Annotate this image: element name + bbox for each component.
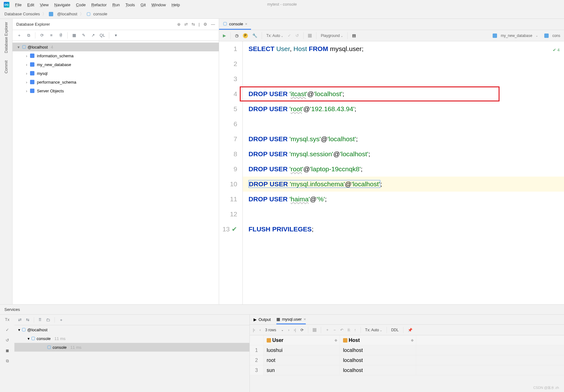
column-header-host[interactable]: Host◆ [340, 335, 416, 345]
cell-user[interactable]: sun [264, 365, 340, 375]
code-line[interactable]: DROP USER 'haima'@'%'; [243, 192, 564, 207]
menu-help[interactable]: Help [172, 3, 180, 7]
stop-icon[interactable] [308, 34, 312, 38]
wrench-icon[interactable]: 🔧 [252, 33, 257, 38]
run-icon[interactable]: ▶ [223, 33, 226, 38]
prev-page-icon[interactable]: ‹ [259, 328, 261, 332]
code-line[interactable]: FLUSH PRIVILEGES; [243, 222, 564, 237]
ddl-btn[interactable]: DDL [391, 328, 399, 332]
code-editor[interactable]: 12345678910111213✔ ✔ 4 SELECT User, Host… [219, 41, 564, 304]
chevron-right-icon[interactable]: › [24, 89, 29, 93]
add-row-icon[interactable]: ＋ [326, 327, 329, 333]
close-icon[interactable]: × [245, 22, 248, 26]
code-line[interactable] [243, 71, 564, 86]
stop-icon[interactable]: ◼ [6, 348, 9, 353]
menu-code[interactable]: Code [76, 3, 86, 7]
code-line[interactable]: DROP USER 'mysql.session'@'localhost'; [243, 147, 564, 162]
db-icon-tb[interactable]: 🛢 [58, 33, 64, 38]
tab-mysql-user[interactable]: ▦ mysql.user × [276, 315, 306, 324]
column-header-user[interactable]: User◆ [264, 335, 340, 345]
service-node[interactable]: console11 ms [14, 343, 249, 352]
crumb-item[interactable]: console [93, 12, 107, 16]
gear-icon[interactable]: ⚙ [203, 22, 207, 27]
code-line[interactable]: DROP USER 'itcast'@'localhost'; [243, 86, 564, 101]
refresh-icon[interactable]: ⟳ [300, 328, 304, 332]
table-row[interactable]: 3sunlocalhost [250, 365, 564, 375]
code-line[interactable] [243, 56, 564, 71]
add-icon[interactable]: ＋ [59, 317, 63, 323]
table-row[interactable]: 2rootlocalhost [250, 355, 564, 365]
chevron-right-icon[interactable]: › [24, 80, 29, 85]
pin-icon[interactable]: 📌 [408, 328, 413, 332]
table-icon[interactable]: ▦ [71, 33, 77, 38]
schema-node[interactable]: ›information_schema [13, 51, 219, 60]
minimize-icon[interactable]: — [211, 22, 215, 27]
cell-user[interactable]: luoshui [264, 345, 340, 355]
revert-icon[interactable]: ↶ [340, 328, 343, 332]
code-line[interactable]: DROP USER 'mysql.sys'@'localhost'; [243, 132, 564, 147]
copy-icon[interactable]: ⧉ [26, 33, 31, 38]
menu-refactor[interactable]: Refactor [91, 3, 107, 7]
collapse-icon[interactable]: ⇆ [26, 317, 29, 322]
clone-icon[interactable]: ⎘ [348, 328, 350, 332]
p-badge[interactable]: P [243, 33, 248, 38]
pen-icon[interactable]: ✎ [81, 33, 86, 38]
rollback-icon[interactable]: ↺ [295, 33, 299, 38]
save-icon[interactable]: 🗀 [46, 317, 50, 322]
jump-icon[interactable]: ↗ [90, 33, 96, 38]
schema-node[interactable]: ›performance_schema [13, 78, 219, 86]
context-switcher[interactable]: my_new_database⌄ cons [493, 34, 560, 38]
code-line[interactable] [243, 116, 564, 132]
inspection-badge[interactable]: ✔ 4 [553, 43, 560, 58]
rail-db-explorer[interactable]: Database Explorer [4, 22, 8, 53]
cell-host[interactable]: localhost [340, 345, 416, 355]
cell-host[interactable]: localhost [340, 355, 416, 365]
rollback-icon[interactable]: ↺ [6, 338, 9, 343]
datasource-node[interactable]: ▾ @localhost 4 [13, 43, 219, 51]
options-icon[interactable]: ⧉ [6, 358, 9, 364]
check-icon[interactable]: ✓ [6, 328, 9, 332]
code-line[interactable]: SELECT User, Host FROM mysql.user; [243, 41, 564, 56]
menu-window[interactable]: Window [151, 3, 166, 7]
collapse-icon[interactable]: ⇆ [192, 22, 195, 27]
group-icon[interactable]: ⠿ [38, 317, 42, 322]
last-page-icon[interactable]: ›| [294, 328, 296, 332]
ql-icon[interactable]: QL [100, 33, 105, 38]
code-line[interactable] [243, 207, 564, 222]
first-page-icon[interactable]: |‹ [253, 328, 255, 332]
playground-mode[interactable]: Playground⌄ [321, 34, 343, 38]
rail-commit[interactable]: Commit [4, 60, 8, 73]
chevron-right-icon[interactable]: › [24, 54, 29, 58]
schema-node[interactable]: ›my_new_database [13, 60, 219, 69]
table-row[interactable]: 1luoshuilocalhost [250, 345, 564, 355]
crumb-item[interactable]: @localhost [57, 12, 77, 16]
schema-node[interactable]: ›Server Objects [13, 86, 219, 95]
menu-run[interactable]: Run [112, 3, 120, 7]
add-icon[interactable]: ＋ [16, 33, 22, 38]
menu-file[interactable]: File [15, 3, 22, 7]
menu-navigate[interactable]: Navigate [54, 3, 70, 7]
commit-icon[interactable]: ✓ [288, 33, 291, 38]
expand-icon[interactable]: ⇄ [18, 317, 22, 322]
next-page-icon[interactable]: › [288, 328, 289, 332]
chevron-down-icon[interactable]: ▾ [16, 45, 21, 49]
chevron-right-icon[interactable]: › [24, 62, 29, 67]
code-line[interactable]: DROP USER 'root'@'192.168.43.94'; [243, 101, 564, 116]
layout-icon[interactable]: ▤ [352, 33, 356, 38]
tab-output[interactable]: ▶ Output [254, 315, 271, 324]
expand-icon[interactable]: ⇄ [184, 22, 188, 27]
refresh-icon[interactable]: ⟳ [39, 33, 45, 38]
service-node[interactable]: ▾ console11 ms [14, 334, 249, 343]
crumb-item[interactable]: Database Consoles [4, 12, 40, 16]
clock-icon[interactable]: ◷ [235, 33, 238, 38]
menu-view[interactable]: View [40, 3, 49, 7]
commit-icon[interactable]: ↑ [354, 328, 356, 332]
target-icon[interactable]: ⊕ [177, 22, 181, 27]
stack-icon[interactable]: ≡ [49, 33, 54, 38]
code-line[interactable]: DROP USER 'root'@'laptop-19ccnqk8'; [243, 162, 564, 177]
tx-icon[interactable]: Tx [5, 317, 9, 322]
service-node[interactable]: ▾ @localhost [14, 325, 249, 334]
schema-node[interactable]: ›mysql [13, 69, 219, 78]
tab-console[interactable]: console × [219, 19, 251, 30]
tx-mode[interactable]: Tx: Auto⌄ [365, 328, 382, 332]
